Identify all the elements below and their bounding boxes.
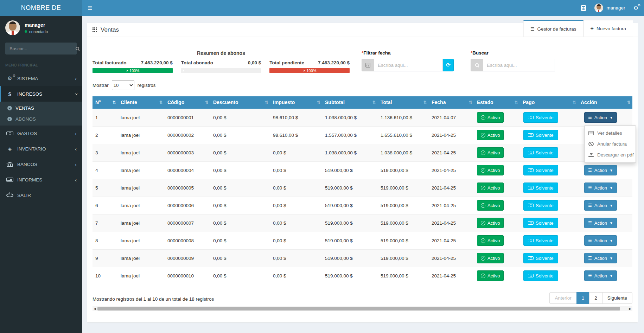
- estado-badge[interactable]: ✓Activo: [477, 270, 504, 281]
- sort-icon[interactable]: ⇅: [372, 100, 376, 105]
- pago-badge[interactable]: Solvente: [523, 218, 558, 228]
- summary-section: Resumen de abonos Total facturado7.463.2…: [90, 50, 352, 73]
- sidebar-item-informes[interactable]: INFORMES‹: [0, 172, 82, 187]
- action-button[interactable]: ☰Action▼: [584, 165, 617, 175]
- sidebar-item-ventas[interactable]: ▸VENTAS: [0, 103, 82, 114]
- gears-icon[interactable]: ⚙⚙: [634, 5, 638, 11]
- pagination-prev[interactable]: Anterior: [549, 292, 576, 304]
- check-circle-icon: ✓: [481, 115, 485, 120]
- calculator-icon[interactable]: [581, 5, 586, 11]
- column-header-cdigo[interactable]: Código⇅: [165, 96, 210, 109]
- cell-descuento: 0,00 $: [210, 232, 270, 249]
- column-header-accin[interactable]: Acción⇅: [578, 96, 632, 109]
- column-header-pago[interactable]: Pago⇅: [520, 96, 578, 109]
- money-icon: [528, 186, 534, 190]
- estado-label: Activo: [487, 238, 500, 243]
- sort-icon[interactable]: ⇅: [627, 100, 631, 105]
- cell-subtotal: 519.000,00 $: [322, 267, 378, 284]
- menu-item-anular-factura[interactable]: Anular factura: [585, 139, 636, 149]
- table-search-input[interactable]: [483, 59, 555, 71]
- table-row: 2lama joel00000000020,00 $98.610,00 $1.5…: [93, 126, 632, 144]
- estado-badge[interactable]: ✓Activo: [477, 112, 504, 123]
- refresh-button[interactable]: ⟳: [443, 59, 454, 71]
- pagination-next[interactable]: Siguiente: [602, 292, 632, 304]
- pagination-page-2[interactable]: 2: [589, 292, 602, 304]
- tab-gestor-de-facturas[interactable]: ☰ Gestor de facturas: [523, 20, 584, 37]
- date-filter-input[interactable]: [374, 59, 443, 71]
- sort-icon[interactable]: ⇅: [159, 100, 163, 105]
- sidebar-item-label: BANCOS: [17, 162, 37, 167]
- sort-icon[interactable]: ⇅: [573, 100, 576, 105]
- sidebar-item-bancos[interactable]: BANCOS‹: [0, 156, 82, 172]
- progress-bar: ◕: [181, 68, 261, 73]
- menu-item-ver-detalles[interactable]: Ver detalles: [585, 128, 636, 139]
- pago-badge[interactable]: Solvente: [523, 270, 558, 281]
- sidebar-item-gastos[interactable]: GASTOS‹: [0, 126, 82, 141]
- sidebar-toggle-icon[interactable]: ☰: [82, 0, 98, 16]
- menu-item-label: Anular factura: [597, 141, 627, 147]
- action-button[interactable]: ☰Action▼: [584, 112, 617, 123]
- sort-icon[interactable]: ⇅: [317, 100, 320, 105]
- column-label: Impuesto: [273, 100, 295, 105]
- sidebar-item-sistema[interactable]: ⚙⚙SISTEMA‹: [0, 71, 82, 86]
- sidebar-item-salir[interactable]: SALIR: [0, 187, 82, 203]
- sort-icon[interactable]: ⇅: [469, 100, 472, 105]
- scroll-left-icon[interactable]: ◀: [93, 307, 97, 310]
- action-button[interactable]: ☰Action▼: [584, 235, 617, 246]
- estado-badge[interactable]: ✓Activo: [477, 235, 504, 246]
- navbar-user-menu[interactable]: manager: [594, 4, 625, 12]
- estado-badge[interactable]: ✓Activo: [477, 147, 504, 158]
- action-button[interactable]: ☰Action▼: [584, 218, 617, 228]
- pago-badge[interactable]: Solvente: [523, 112, 558, 123]
- scrollbar-track[interactable]: [97, 306, 628, 311]
- estado-badge[interactable]: ✓Activo: [477, 130, 504, 140]
- pago-badge[interactable]: Solvente: [523, 165, 558, 175]
- menu-item-descargar-en-pdf[interactable]: Descargar en pdf: [585, 149, 636, 160]
- cell-accion: ☰Action▼: [578, 109, 632, 126]
- pago-badge[interactable]: Solvente: [523, 200, 558, 211]
- sort-icon[interactable]: ⇅: [113, 100, 116, 105]
- column-header-subtotal[interactable]: Subtotal⇅: [322, 96, 378, 109]
- pago-badge[interactable]: Solvente: [523, 147, 558, 158]
- column-header-total[interactable]: Total⇅: [378, 96, 429, 109]
- search-filter: *Buscar: [471, 50, 555, 71]
- scrollbar-thumb[interactable]: [97, 307, 620, 310]
- scroll-right-icon[interactable]: ▶: [628, 307, 632, 310]
- sidebar-item-ingresos[interactable]: $INGRESOS‹: [0, 86, 82, 102]
- column-header-cliente[interactable]: Cliente⇅: [118, 96, 165, 109]
- estado-badge[interactable]: ✓Activo: [477, 218, 504, 228]
- estado-badge[interactable]: ✓Activo: [477, 253, 504, 263]
- pago-badge[interactable]: Solvente: [523, 130, 558, 140]
- brand-logo[interactable]: NOMBRE DE: [0, 0, 82, 16]
- search-icon[interactable]: [76, 47, 79, 50]
- pago-badge[interactable]: Solvente: [523, 235, 558, 246]
- sidebar-item-inventario[interactable]: ◈INVENTARIO‹: [0, 141, 82, 156]
- tab-nuevo-factura[interactable]: + Nuevo factura: [584, 20, 633, 37]
- column-header-n[interactable]: N°⇅: [93, 96, 118, 109]
- action-button[interactable]: ☰Action▼: [584, 253, 617, 263]
- sort-icon[interactable]: ⇅: [205, 100, 209, 105]
- length-select[interactable]: 10: [112, 80, 134, 90]
- action-button[interactable]: ☰Action▼: [584, 182, 617, 193]
- sidebar-search-input[interactable]: [5, 46, 76, 51]
- column-header-estado[interactable]: Estado⇅: [474, 96, 520, 109]
- estado-badge[interactable]: ✓Activo: [477, 165, 504, 175]
- table-row: 8lama joel00000000080,00 $0,00 $519.000,…: [93, 232, 632, 249]
- sort-icon[interactable]: ⇅: [515, 100, 518, 105]
- pago-badge[interactable]: Solvente: [523, 253, 558, 263]
- sort-icon[interactable]: ⇅: [265, 100, 268, 105]
- caret-down-icon: ▼: [610, 168, 613, 172]
- column-header-fecha[interactable]: Fecha⇅: [429, 96, 474, 109]
- action-button[interactable]: ☰Action▼: [584, 200, 617, 211]
- action-button[interactable]: ☰Action▼: [584, 270, 617, 281]
- cell-codigo: 0000000007: [165, 214, 210, 232]
- stat-label-row: Total abonado0,00 $: [181, 60, 261, 65]
- column-header-descuento[interactable]: Descuento⇅: [210, 96, 270, 109]
- sort-icon[interactable]: ⇅: [423, 100, 427, 105]
- estado-badge[interactable]: ✓Activo: [477, 182, 504, 193]
- column-header-impuesto[interactable]: Impuesto⇅: [270, 96, 322, 109]
- estado-badge[interactable]: ✓Activo: [477, 200, 504, 211]
- pago-badge[interactable]: Solvente: [523, 182, 558, 193]
- sidebar-item-abonos[interactable]: ▸ABONOS: [0, 114, 82, 124]
- pagination-page-1[interactable]: 1: [576, 292, 590, 304]
